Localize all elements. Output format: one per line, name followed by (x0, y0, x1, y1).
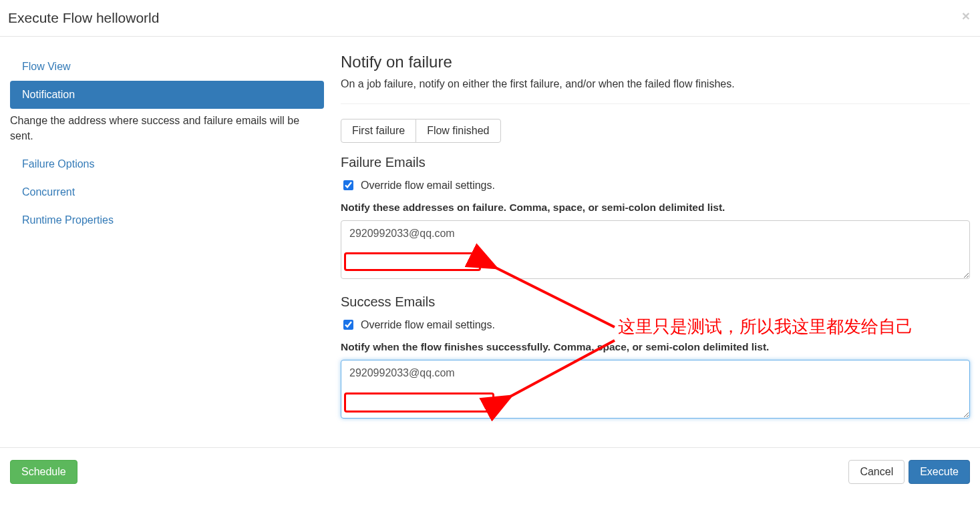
sidebar-active-description: Change the address where success and fai… (10, 113, 324, 144)
modal-header: Execute Flow helloworld × (0, 0, 980, 37)
failure-override-checkbox[interactable] (343, 180, 353, 190)
sidebar-item-label: Notification (22, 89, 75, 100)
sidebar-item-label: Failure Options (22, 158, 95, 170)
close-button[interactable]: × (962, 9, 970, 23)
close-icon: × (962, 8, 970, 23)
modal-body: Flow View Notification Change the addres… (0, 37, 980, 447)
failure-emails-input[interactable] (341, 220, 970, 279)
first-failure-button[interactable]: First failure (341, 119, 416, 143)
success-override-label: Override flow email settings. (361, 319, 495, 331)
success-emails-title: Success Emails (341, 294, 970, 310)
execute-flow-modal: Execute Flow helloworld × Flow View Noti… (0, 0, 980, 496)
sidebar-item-runtime-properties[interactable]: Runtime Properties (10, 206, 324, 234)
success-emails-input[interactable] (341, 360, 970, 419)
success-emails-desc: Notify when the flow finishes successful… (341, 341, 970, 353)
sidebar-item-failure-options[interactable]: Failure Options (10, 150, 324, 178)
success-override-checkbox[interactable] (343, 320, 353, 330)
failure-override-row[interactable]: Override flow email settings. (341, 178, 970, 192)
success-override-row[interactable]: Override flow email settings. (341, 318, 970, 332)
separator (341, 103, 970, 104)
sidebar-item-concurrent[interactable]: Concurrent (10, 178, 324, 206)
sidebar-item-label: Runtime Properties (22, 214, 114, 226)
section-title: Notify on failure (341, 53, 970, 71)
main-panel: Notify on failure On a job failure, noti… (324, 53, 970, 434)
execute-button[interactable]: Execute (909, 460, 970, 484)
sidebar-item-label: Flow View (22, 61, 71, 72)
sidebar-nav-lower: Failure Options Concurrent Runtime Prope… (10, 150, 324, 234)
sidebar-item-notification[interactable]: Notification (10, 81, 324, 109)
failure-override-label: Override flow email settings. (361, 180, 495, 192)
modal-title: Execute Flow helloworld (8, 10, 159, 26)
sidebar-nav: Flow View Notification (10, 53, 324, 109)
sidebar: Flow View Notification Change the addres… (10, 53, 324, 434)
failure-emails-title: Failure Emails (341, 155, 970, 170)
modal-footer: Schedule Cancel Execute (0, 447, 980, 496)
cancel-button[interactable]: Cancel (848, 460, 905, 484)
sidebar-item-flow-view[interactable]: Flow View (10, 53, 324, 81)
failure-notify-toggle-group: First failure Flow finished (341, 119, 501, 143)
footer-right-group: Cancel Execute (848, 460, 970, 484)
flow-finished-button[interactable]: Flow finished (416, 119, 500, 143)
failure-emails-desc: Notify these addresses on failure. Comma… (341, 202, 970, 214)
sidebar-item-label: Concurrent (22, 186, 75, 198)
schedule-button[interactable]: Schedule (10, 460, 77, 484)
section-subtitle: On a job failure, notify on either the f… (341, 78, 970, 90)
